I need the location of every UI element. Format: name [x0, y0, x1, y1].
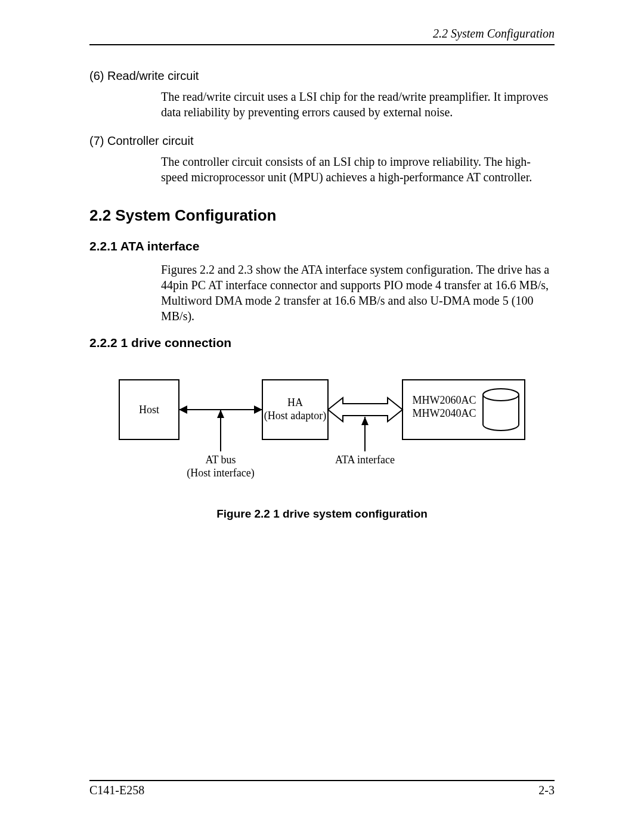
item-7-body: The controller circuit consists of an LS…: [161, 154, 555, 185]
ata-interface-text: ATA interface: [335, 454, 395, 466]
ha-text-1: HA: [287, 397, 303, 408]
drive-text-1: MHW2060AC: [413, 394, 476, 406]
footer-left: C141-E258: [89, 784, 144, 797]
item-6-body: The read/write circuit uses a LSI chip f…: [161, 89, 555, 120]
disk-top-icon: [483, 389, 519, 401]
subsection-221-body: Figures 2.2 and 2.3 show the ATA interfa…: [161, 262, 555, 324]
figure-svg: Host AT bus (Host interface) HA (Host ad…: [107, 368, 537, 487]
running-header: 2.2 System Configuration: [89, 27, 555, 45]
ha-text-2: (Host adaptor): [264, 410, 326, 422]
page-footer: C141-E258 2-3: [89, 780, 555, 797]
arrowhead-left-icon: [179, 405, 187, 414]
item-7-label: (7) Controller circuit: [89, 134, 555, 148]
page-content: (6) Read/write circuit The read/write ci…: [89, 69, 555, 521]
item-6-label: (6) Read/write circuit: [89, 69, 555, 83]
atbus-arrowhead-icon: [217, 410, 224, 418]
footer-right: 2-3: [538, 784, 555, 797]
subsection-222-heading: 2.2.2 1 drive connection: [89, 336, 555, 350]
figure-2-2: Host AT bus (Host interface) HA (Host ad…: [89, 368, 555, 521]
arrowhead-right-icon: [254, 405, 262, 414]
drive-text-2: MHW2040AC: [413, 407, 476, 419]
ata-arrowhead-icon: [361, 417, 369, 425]
section-heading: 2.2 System Configuration: [89, 206, 555, 225]
subsection-221-heading: 2.2.1 ATA interface: [89, 239, 555, 253]
host-text: Host: [139, 404, 159, 416]
disk-bottom-icon: [483, 425, 519, 431]
atbus-text-1: AT bus: [205, 454, 236, 466]
atbus-text-2: (Host interface): [187, 467, 254, 479]
figure-caption: Figure 2.2 1 drive system configuration: [89, 507, 555, 521]
